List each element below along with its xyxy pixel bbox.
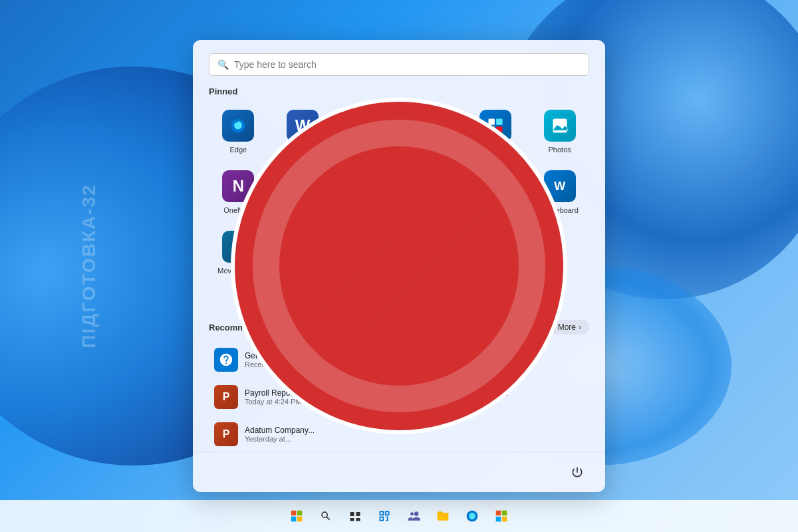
app-movies[interactable]: Movies & TV — [209, 225, 268, 281]
linkedin-label: LinkedIn — [353, 206, 381, 215]
taskbar-search[interactable] — [313, 503, 339, 529]
app-photos[interactable]: Photos — [530, 104, 589, 160]
clock-label: Clock — [293, 267, 312, 275]
rec-payroll[interactable]: P Payroll Report Today at 4:24 PM — [209, 380, 398, 414]
taskbar-explorer[interactable] — [430, 503, 456, 529]
store-icon — [479, 110, 511, 142]
app-todo[interactable]: To Do — [273, 165, 332, 220]
expense-info: Expense Worksheet 12h ago — [436, 388, 507, 406]
app-calculator[interactable]: Calculator — [466, 165, 525, 220]
recommended-section: Recommended More › Get Started Recently … — [193, 320, 605, 452]
excel-label: Excel — [358, 146, 376, 154]
word-label: Word — [294, 146, 311, 154]
svg-rect-16 — [502, 517, 507, 522]
svg-rect-13 — [496, 511, 501, 516]
rec-travel[interactable]: W Travel Itinerary 17m ago — [400, 342, 589, 377]
app-clock[interactable]: Clock — [273, 225, 332, 281]
expense-name: Expense Worksheet — [436, 388, 507, 398]
app-onenote[interactable]: N OneNote — [209, 165, 268, 220]
calc-icon — [479, 170, 511, 202]
svg-rect-3 — [496, 126, 502, 132]
taskbar-start[interactable] — [283, 503, 310, 529]
app-powerpoint[interactable]: P PowerPoint — [402, 104, 461, 160]
get-started-icon — [214, 348, 238, 372]
calc-label: Calculator — [479, 206, 512, 215]
taskbar — [0, 500, 798, 532]
svg-rect-12 — [297, 517, 303, 522]
taskbar-search-icon — [320, 510, 332, 522]
search-icon: 🔍 — [217, 59, 229, 70]
search-bar[interactable]: 🔍 — [209, 53, 589, 76]
expense-time: 12h ago — [436, 398, 507, 406]
expense-icon: X — [406, 385, 430, 409]
recommended-header: Recommended More › — [209, 320, 589, 334]
svg-rect-9 — [291, 511, 297, 516]
widgets-icon — [378, 509, 391, 523]
recommended-label: Recommended — [209, 323, 271, 332]
onenote-icon: N — [222, 170, 254, 202]
start-menu: 🔍 Pinned Edge W Word — [193, 40, 605, 492]
app-edge[interactable]: Edge — [209, 104, 268, 160]
svg-rect-11 — [291, 517, 297, 522]
explorer-icon — [436, 509, 450, 523]
word-icon: W — [287, 110, 319, 142]
teams-icon — [407, 509, 420, 523]
linkedin-icon: in — [351, 170, 383, 202]
svg-rect-15 — [496, 517, 501, 522]
movies-icon — [222, 231, 254, 263]
more-button[interactable]: More › — [550, 320, 589, 334]
app-linkedin[interactable]: in LinkedIn — [337, 165, 396, 220]
app-settings[interactable]: Settings — [402, 165, 461, 220]
settings-icon — [415, 170, 447, 202]
svg-rect-10 — [297, 511, 303, 516]
desktop-background: ПІДГОТОВКА-32 🔍 Pinned Edge W — [0, 0, 798, 532]
windows-icon — [291, 510, 303, 522]
travel-time: 17m ago — [436, 360, 489, 368]
adatum-time: Yesterday at... — [245, 435, 315, 443]
start-menu-bottom — [193, 452, 605, 492]
search-input[interactable] — [234, 59, 581, 70]
taskbar-edge[interactable] — [459, 503, 485, 529]
photos-icon — [544, 110, 576, 142]
wb-label: Whiteboard — [541, 206, 579, 215]
app-word[interactable]: W Word — [273, 104, 332, 160]
payroll-icon: P — [214, 385, 238, 409]
pinned-grid: Edge W Word X Excel P — [209, 104, 589, 281]
power-button[interactable] — [565, 460, 589, 484]
svg-rect-14 — [502, 511, 507, 516]
power-icon — [571, 466, 584, 479]
app-excel[interactable]: X Excel — [337, 104, 396, 160]
get-started-name: Get Started — [245, 351, 295, 360]
svg-rect-2 — [488, 126, 494, 132]
todo-label: To Do — [293, 206, 313, 215]
get-started-time: Recently added — [245, 360, 295, 368]
taskview-icon — [349, 510, 361, 522]
settings-label: Settings — [418, 206, 444, 215]
payroll-info: Payroll Report Today at 4:24 PM — [245, 388, 302, 406]
onenote-label: OneNote — [223, 206, 253, 215]
store-taskbar-icon — [495, 509, 508, 523]
adatum-info: Adatum Company... Yesterday at... — [245, 426, 315, 443]
app-msstore[interactable]: Microsoft Store — [466, 104, 525, 160]
recommended-grid: Get Started Recently added W Travel Itin… — [209, 342, 589, 452]
taskbar-teams[interactable] — [400, 503, 427, 529]
edge-taskbar-icon — [466, 509, 479, 523]
edge-label: Edge — [229, 146, 247, 154]
pinned-section: Pinned Edge W Word X — [193, 86, 605, 315]
taskbar-widgets[interactable] — [371, 503, 398, 529]
chevron-right-icon: › — [579, 323, 581, 332]
payroll-name: Payroll Report — [245, 388, 302, 398]
rec-expense[interactable]: X Expense Worksheet 12h ago — [400, 380, 589, 414]
rec-adatum[interactable]: P Adatum Company... Yesterday at... — [209, 417, 398, 452]
photos-label: Photos — [549, 146, 571, 154]
rec-get-started[interactable]: Get Started Recently added — [209, 342, 398, 377]
ppt-label: PowerPoint — [412, 146, 450, 154]
todo-icon — [287, 170, 319, 202]
taskbar-store[interactable] — [488, 503, 515, 529]
movies-label: Movies & TV — [217, 267, 259, 275]
adatum-icon: P — [214, 422, 238, 446]
msstore-label: Microsoft Store — [471, 146, 520, 154]
travel-name: Travel Itinerary — [436, 351, 489, 360]
app-whiteboard[interactable]: W Whiteboard — [530, 165, 589, 220]
taskbar-taskview[interactable] — [342, 503, 368, 529]
